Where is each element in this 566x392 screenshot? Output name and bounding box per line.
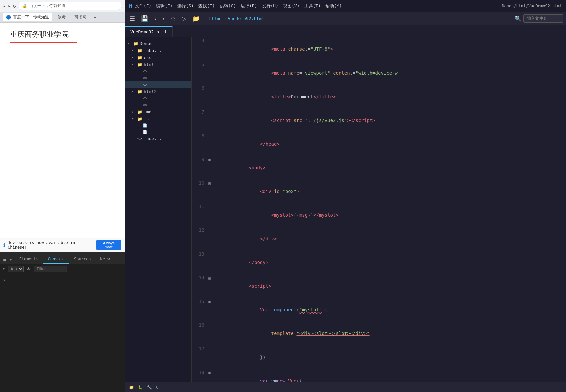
sidebar-toggle-button[interactable]: ☰ — [128, 14, 137, 24]
devtools-layout-icon[interactable]: ⊞ — [1, 256, 8, 264]
browser-tab-yanzhao[interactable]: 研招网 — [71, 13, 90, 21]
menu-select[interactable]: 选择(S) — [177, 3, 194, 9]
tree-item-file-2[interactable]: <> — [125, 75, 191, 81]
url-bar[interactable]: 🔒 百度一下，你就知道 — [18, 2, 122, 10]
line-content-15: Vue.component("myslot",{ — [214, 298, 566, 322]
folder-button[interactable]: 📁 — [190, 14, 202, 24]
browser-tab-baidu[interactable]: 🔵 百度一下，你就知道 — [3, 13, 52, 21]
toolbar-stop-icon[interactable]: ⊘ — [3, 266, 5, 272]
menu-run[interactable]: 运行(R) — [241, 3, 257, 9]
line-content-8: </head> — [214, 132, 566, 156]
val-content: "width=device-w — [356, 70, 398, 76]
fn-component: component — [271, 307, 297, 312]
context-dropdown[interactable]: top — [8, 266, 24, 272]
menu-tools[interactable]: 工具(T) — [304, 3, 321, 9]
collapse-15[interactable]: ▣ — [208, 298, 214, 322]
url-text: 百度一下，你就知道 — [29, 3, 65, 9]
devtools-toolbar: ⊘ top 👁 — [0, 264, 125, 274]
tree-item-img[interactable]: ▸ 📁 img — [125, 108, 191, 115]
tree-item-js-file1[interactable]: 📄 — [125, 122, 191, 129]
status-folder-icon[interactable]: 📁 — [129, 385, 134, 390]
collapse-10[interactable]: ▣ — [208, 180, 214, 203]
toolbar-eye-icon[interactable]: 👁 — [26, 266, 31, 272]
notification-text: DevTools is now available in Chinese! — [8, 240, 94, 250]
tab-console[interactable]: Console — [43, 255, 69, 264]
line-content-5: <meta name="viewport" content="width=dev… — [214, 61, 566, 85]
breadcrumb-chevron-left: 《 — [206, 16, 211, 22]
code-line-5: 5 <meta name="viewport" content="width=d… — [192, 61, 566, 85]
folder-icon-html: 📁 — [137, 62, 142, 67]
tree-item-js[interactable]: ▾ 📁 js — [125, 115, 191, 122]
code-editor[interactable]: 4 <meta charset="UTF-8"> 5 <meta name="v… — [192, 37, 566, 382]
close-brace: }) — [260, 355, 266, 360]
breadcrumb-html[interactable]: html — [212, 16, 222, 21]
tree-item-js-file2[interactable]: 📄 — [125, 129, 191, 135]
always-match-button[interactable]: Always matc — [96, 240, 121, 250]
breadcrumb-arrow: › — [224, 16, 226, 21]
menu-publish[interactable]: 发行(U) — [262, 3, 278, 9]
kw-new: new — [277, 378, 285, 382]
info-icon: ℹ — [3, 242, 5, 248]
tab-elements[interactable]: Elements — [15, 255, 43, 264]
tree-item-file-1[interactable]: <> — [125, 68, 191, 75]
console-chevron[interactable]: › — [3, 277, 5, 283]
back-icon[interactable]: ◂ — [3, 3, 6, 9]
tab-label-baidu: 百度一下，你就知道 — [13, 14, 49, 20]
editor-tab-vuedemo[interactable]: VueDemo92.html — [125, 26, 173, 37]
tag-myslot-open: <myslot> — [271, 212, 294, 218]
line-num-10: 10 — [192, 180, 208, 203]
collapse-18[interactable]: ▣ — [208, 369, 214, 382]
sp — [268, 378, 271, 382]
status-tools-icon[interactable]: 🔧 — [147, 385, 152, 390]
browser-tab-ruankao[interactable]: 软考 — [54, 13, 69, 21]
tag-title-open: <title> — [271, 94, 291, 99]
tag-div-close: </div> — [260, 236, 277, 241]
status-bug-icon[interactable]: 🐛 — [138, 385, 143, 390]
indent — [249, 331, 271, 336]
folder-icon-demos: 📁 — [133, 41, 138, 46]
tree-item-css[interactable]: ▸ 📁 css — [125, 54, 191, 61]
menu-find[interactable]: 查找(I) — [198, 3, 215, 9]
tag-meta: <meta — [271, 46, 285, 52]
tree-item-index[interactable]: <> inde... — [125, 135, 191, 142]
menu-goto[interactable]: 跳转(G) — [220, 3, 236, 9]
breadcrumb-file[interactable]: VueDemo92.html — [228, 16, 264, 21]
bookmark-button[interactable]: ☆ — [168, 14, 178, 24]
search-button[interactable]: 🔍 — [515, 15, 521, 22]
tree-item-html2-file1[interactable]: <> — [125, 95, 191, 102]
tree-item-hbu[interactable]: ▸ 📁 .hbu... — [125, 47, 191, 54]
tab-network-label: Netw — [100, 257, 110, 261]
new-tab-button[interactable]: + — [92, 13, 98, 21]
code-line-11: 11 <myslot>{{msg}}</myslot> — [192, 203, 566, 227]
run-button[interactable]: ▷ — [180, 14, 188, 24]
editor-tab-bar: VueDemo92.html — [125, 25, 566, 37]
collapse-9[interactable]: ▣ — [208, 156, 214, 180]
collapse-11 — [208, 203, 214, 227]
tree-item-html2-file2[interactable]: <> — [125, 102, 191, 108]
tree-item-html2[interactable]: ▾ 📁 html2 — [125, 88, 191, 95]
console-filter-input[interactable] — [34, 266, 67, 272]
tree-item-file-3-selected[interactable]: <> — [125, 81, 191, 88]
tree-item-demos[interactable]: ▾ 📁 Demos — [125, 40, 191, 47]
menu-file[interactable]: 文件(F) — [135, 3, 151, 9]
indent — [249, 141, 260, 147]
file-input[interactable]: 输入文件名 — [523, 14, 563, 23]
attr-content: content — [333, 70, 353, 76]
tree-label-img: img — [144, 109, 189, 114]
tab-sources[interactable]: Sources — [69, 255, 96, 264]
mustache-open: {{ — [294, 212, 299, 218]
tab-network[interactable]: Netw — [96, 255, 115, 264]
forward-icon[interactable]: ▸ — [8, 3, 11, 9]
editor-path-display: Demos/html/VueDemo92.html — [502, 4, 562, 8]
save-button[interactable]: 💾 — [139, 14, 150, 24]
file-icon-html2-1: <> — [142, 96, 148, 101]
forward-button[interactable]: › — [160, 14, 166, 23]
refresh-icon[interactable]: ↻ — [13, 3, 16, 9]
menu-edit[interactable]: 编辑(E) — [156, 3, 172, 9]
back-button[interactable]: ‹ — [152, 14, 158, 23]
menu-help[interactable]: 帮助(Y) — [325, 3, 342, 9]
menu-view[interactable]: 视图(V) — [283, 3, 299, 9]
devtools-circle-icon[interactable]: ⊘ — [8, 256, 15, 264]
tree-item-html[interactable]: ▾ 📁 html — [125, 61, 191, 68]
collapse-14[interactable]: ▣ — [208, 274, 214, 298]
